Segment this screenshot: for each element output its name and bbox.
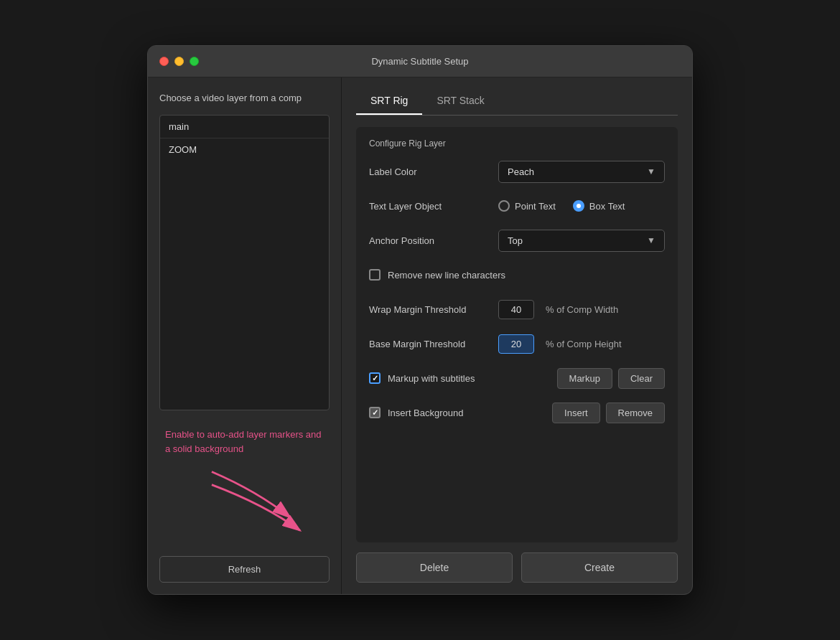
wrap-margin-input[interactable] (498, 300, 534, 319)
layer-item-main[interactable]: main (160, 116, 329, 138)
left-panel: Choose a video layer from a comp main ZO… (148, 77, 342, 594)
anchor-dropdown-arrow-icon: ▼ (647, 235, 655, 245)
maximize-button[interactable] (190, 57, 199, 66)
wrap-margin-row: Wrap Margin Threshold % of Comp Width (369, 298, 665, 321)
label-color-dropdown[interactable]: Peach ▼ (498, 161, 665, 183)
insert-button[interactable]: Insert (552, 403, 600, 423)
layer-item-zoom[interactable]: ZOOM (160, 138, 329, 161)
base-margin-control: % of Comp Height (498, 334, 622, 354)
wrap-margin-label: Wrap Margin Threshold (369, 304, 498, 315)
config-section: Configure Rig Layer Label Color Peach ▼ … (356, 127, 678, 542)
insert-background-row: ✓ Insert Background Insert Remove (369, 401, 665, 424)
wrap-margin-control: % of Comp Width (498, 300, 618, 319)
tab-srt-rig[interactable]: SRT Rig (356, 89, 422, 115)
content-area: Choose a video layer from a comp main ZO… (148, 77, 692, 594)
create-button[interactable]: Create (521, 552, 678, 583)
remove-newline-checkbox[interactable] (369, 269, 381, 281)
config-title: Configure Rig Layer (369, 138, 665, 149)
text-layer-control: Point Text Box Text (498, 200, 665, 212)
markup-action-buttons: Markup Clear (557, 368, 665, 389)
remove-newline-row: Remove new line characters (369, 263, 665, 286)
base-margin-label: Base Margin Threshold (369, 339, 498, 349)
annotation-arrow-container (159, 461, 330, 547)
insert-bg-checkmark-icon: ✓ (372, 408, 378, 418)
clear-button[interactable]: Clear (618, 368, 665, 389)
insert-bg-action-buttons: Insert Remove (552, 403, 665, 423)
markup-checkmark-icon: ✓ (372, 374, 378, 383)
anchor-position-label: Anchor Position (369, 235, 498, 246)
minimize-button[interactable] (174, 57, 184, 66)
label-color-row: Label Color Peach ▼ (369, 160, 665, 183)
annotation-text: Enable to auto-add layer markers and a s… (159, 428, 330, 456)
anchor-position-dropdown[interactable]: Top ▼ (498, 230, 665, 252)
insert-background-checkbox[interactable]: ✓ (369, 407, 381, 418)
base-margin-unit: % of Comp Height (546, 339, 622, 349)
delete-button[interactable]: Delete (356, 552, 513, 583)
panel-label: Choose a video layer from a comp (159, 92, 330, 105)
radio-box-text-indicator (573, 200, 584, 212)
tab-srt-stack[interactable]: SRT Stack (422, 89, 498, 115)
markup-button[interactable]: Markup (557, 368, 612, 389)
markup-subtitles-label: Markup with subtitles (388, 373, 475, 384)
anchor-position-control: Top ▼ (498, 230, 665, 252)
title-bar: Dynamic Subtitle Setup (148, 46, 692, 77)
label-color-control: Peach ▼ (498, 161, 665, 183)
radio-point-text[interactable]: Point Text (498, 200, 556, 212)
dropdown-arrow-icon: ▼ (647, 166, 655, 177)
insert-bg-checkbox-group: ✓ Insert Background (369, 407, 552, 418)
remove-newline-label: Remove new line characters (388, 270, 505, 281)
markup-subtitles-row: ✓ Markup with subtitles Markup Clear (369, 367, 665, 390)
window-title: Dynamic Subtitle Setup (371, 56, 468, 67)
anchor-position-row: Anchor Position Top ▼ (369, 229, 665, 252)
bottom-buttons: Delete Create (356, 542, 678, 583)
refresh-button[interactable]: Refresh (159, 556, 330, 583)
base-margin-input[interactable] (498, 334, 534, 354)
annotation-arrow (159, 461, 330, 547)
layer-list: main ZOOM (159, 115, 330, 410)
markup-checkbox-group: ✓ Markup with subtitles (369, 372, 557, 384)
markup-subtitles-checkbox[interactable]: ✓ (369, 372, 381, 384)
label-color-label: Label Color (369, 166, 498, 177)
remove-newline-checkbox-row: Remove new line characters (369, 269, 505, 281)
wrap-margin-unit: % of Comp Width (546, 304, 618, 315)
close-button[interactable] (159, 57, 169, 66)
remove-button[interactable]: Remove (606, 403, 665, 423)
radio-box-text[interactable]: Box Text (573, 200, 625, 212)
insert-background-label: Insert Background (388, 408, 464, 418)
traffic-lights (159, 57, 199, 66)
text-layer-row: Text Layer Object Point Text Box Text (369, 194, 665, 217)
text-layer-label: Text Layer Object (369, 201, 498, 212)
radio-group-text-layer: Point Text Box Text (498, 200, 665, 212)
main-window: Dynamic Subtitle Setup Choose a video la… (147, 45, 693, 595)
tab-bar: SRT Rig SRT Stack (356, 89, 678, 116)
right-panel: SRT Rig SRT Stack Configure Rig Layer La… (342, 77, 692, 594)
radio-point-text-indicator (498, 200, 510, 212)
base-margin-row: Base Margin Threshold % of Comp Height (369, 332, 665, 355)
